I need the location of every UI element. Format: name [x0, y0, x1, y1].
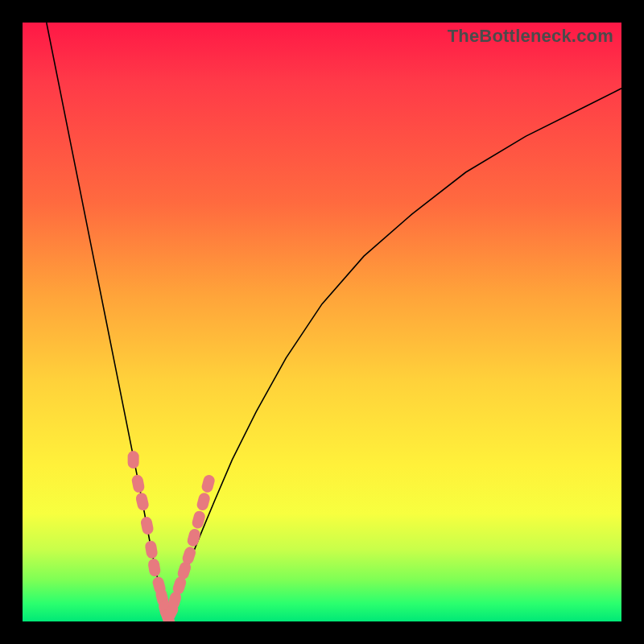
data-point: [144, 540, 159, 559]
data-points-group: [128, 451, 217, 621]
data-point: [147, 558, 161, 577]
data-point: [128, 451, 139, 469]
data-point: [200, 473, 216, 493]
plot-area: TheBottleneck.com: [23, 23, 621, 621]
data-point: [134, 492, 150, 512]
curve-right-branch: [168, 89, 621, 621]
chart-frame: TheBottleneck.com: [0, 0, 644, 644]
data-point: [140, 516, 155, 535]
data-point: [196, 492, 211, 512]
curve-svg: [23, 23, 621, 621]
data-point: [186, 527, 201, 547]
data-point: [131, 474, 146, 493]
